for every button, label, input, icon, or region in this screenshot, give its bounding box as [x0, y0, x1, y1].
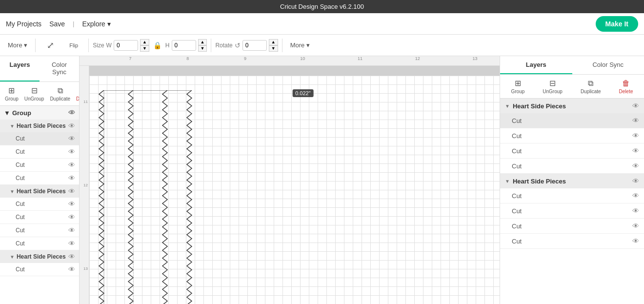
right-section-1-eye-icon[interactable]: 👁 [632, 102, 639, 110]
layer-row[interactable]: Cut 👁 [0, 211, 79, 224]
layer-row[interactable]: Cut 👁 [0, 198, 79, 211]
width-down[interactable]: ▼ [140, 45, 149, 52]
rotate-stepper[interactable]: ▲ ▼ [269, 39, 278, 52]
right-section-header-2[interactable]: ▼ Heart Side Pieces 👁 [500, 174, 644, 188]
rotate-down[interactable]: ▼ [269, 45, 278, 52]
toolbar-separator-3 [211, 39, 211, 52]
layer-row[interactable]: Cut 👁 [0, 159, 79, 172]
right-layer-eye-icon[interactable]: 👁 [632, 207, 639, 215]
rotate-up[interactable]: ▲ [269, 39, 278, 45]
layer-row[interactable]: Cut 👁 [0, 132, 79, 145]
tab-color-sync-left[interactable]: Color Sync [40, 56, 79, 81]
right-panel-content: ▼ Heart Side Pieces 👁 Cut 👁 Cut 👁 Cut 👁 … [500, 99, 644, 304]
layer-eye-icon[interactable]: 👁 [68, 265, 75, 273]
size-label: Size [93, 42, 104, 49]
tab-color-sync-right[interactable]: Color Sync [572, 56, 644, 74]
delete-label-right: Delete [619, 89, 633, 94]
right-layer-row[interactable]: Cut 👁 [500, 188, 644, 203]
design-toolbar: More ▾ ⤢ Flip Size W ▲ ▼ 🔒 H ▲ ▼ Rotate … [0, 35, 644, 56]
section-1-eye-icon[interactable]: 👁 [68, 122, 75, 130]
layer-eye-icon[interactable]: 👁 [68, 200, 75, 208]
right-layer-row[interactable]: Cut 👁 [500, 159, 644, 174]
ruler-v-tick: 13 [83, 266, 88, 270]
width-stepper[interactable]: ▲ ▼ [140, 39, 149, 52]
section-3-eye-icon[interactable]: 👁 [68, 253, 75, 261]
layer-label: Cut [16, 148, 25, 155]
section-header-1[interactable]: ▼ Heart Side Pieces 👁 [0, 120, 79, 132]
right-layer-eye-icon[interactable]: 👁 [632, 192, 639, 200]
layer-eye-icon[interactable]: 👁 [68, 161, 75, 169]
section-2-eye-icon[interactable]: 👁 [68, 187, 75, 195]
move-tool-button[interactable]: ⤢ [40, 38, 61, 53]
group-eye-icon[interactable]: 👁 [68, 109, 75, 117]
explore-button[interactable]: Explore ▾ [82, 20, 110, 28]
section-2-title: Heart Side Pieces [17, 188, 66, 195]
group-icon-left: ⊞ [8, 86, 15, 95]
section-header-2[interactable]: ▼ Heart Side Pieces 👁 [0, 185, 79, 198]
layer-row[interactable]: Cut 👁 [0, 145, 79, 159]
layer-row[interactable]: Cut 👁 [0, 263, 79, 276]
section-3-title: Heart Side Pieces [17, 253, 66, 260]
my-projects-link[interactable]: My Projects [6, 20, 41, 28]
right-layer-eye-icon[interactable]: 👁 [632, 222, 639, 230]
more-button[interactable]: More ▾ [4, 40, 31, 51]
tab-layers-right[interactable]: Layers [500, 56, 572, 74]
right-section-2-title: Heart Side Pieces [513, 178, 566, 185]
save-link[interactable]: Save [49, 20, 65, 28]
right-section-header-1[interactable]: ▼ Heart Side Pieces 👁 [500, 99, 644, 113]
height-stepper[interactable]: ▲ ▼ [198, 39, 207, 52]
ungroup-button-left[interactable]: ⊟ UnGroup [21, 85, 47, 102]
toolbar-separator-4 [282, 39, 282, 52]
rotate-input[interactable] [242, 40, 267, 51]
right-layer-eye-icon[interactable]: 👁 [632, 117, 639, 124]
make-it-button[interactable]: Make It [596, 16, 638, 32]
right-layer-row[interactable]: Cut 👁 [500, 113, 644, 128]
right-layer-row[interactable]: Cut 👁 [500, 234, 644, 249]
nav-separator: | [73, 20, 74, 27]
right-layer-eye-icon[interactable]: 👁 [632, 237, 639, 245]
right-layer-eye-icon[interactable]: 👁 [632, 132, 639, 140]
layer-row[interactable]: Cut 👁 [0, 237, 79, 250]
height-input[interactable] [172, 40, 196, 51]
right-layer-row[interactable]: Cut 👁 [500, 128, 644, 143]
layer-row[interactable]: Cut 👁 [0, 224, 79, 237]
width-input[interactable] [114, 40, 138, 51]
layer-eye-icon[interactable]: 👁 [68, 213, 75, 221]
group-header[interactable]: ▼ Group 👁 [0, 106, 79, 120]
layer-eye-icon[interactable]: 👁 [68, 174, 75, 182]
right-layer-eye-icon[interactable]: 👁 [632, 162, 639, 170]
flip-tool-button[interactable]: Flip [63, 41, 84, 50]
size-field: Size W ▲ ▼ 🔒 H ▲ ▼ [93, 39, 207, 52]
width-up[interactable]: ▲ [140, 39, 149, 45]
delete-button-left[interactable]: 🗑 Delete [73, 85, 80, 102]
ungroup-label-right: UnGroup [543, 89, 563, 94]
right-layer-eye-icon[interactable]: 👁 [632, 147, 639, 155]
right-layer-row[interactable]: Cut 👁 [500, 219, 644, 234]
duplicate-button-right[interactable]: ⧉ Duplicate [578, 78, 604, 95]
toolbar-separator-2 [88, 39, 89, 52]
more-options-button[interactable]: More ▾ [286, 40, 314, 51]
layer-eye-icon[interactable]: 👁 [68, 226, 75, 234]
group-button-right[interactable]: ⊞ Group [508, 78, 528, 95]
canvas-drawing-area[interactable]: 0.022" [89, 66, 500, 304]
right-section-2-eye-icon[interactable]: 👁 [632, 177, 639, 185]
right-layer-row[interactable]: Cut 👁 [500, 203, 644, 219]
layer-row[interactable]: Cut 👁 [0, 172, 79, 185]
layer-eye-icon[interactable]: 👁 [68, 148, 75, 156]
height-down[interactable]: ▼ [198, 45, 207, 52]
layer-eye-icon[interactable]: 👁 [68, 135, 75, 142]
app-title: Cricut Design Space v6.2.100 [280, 3, 364, 10]
duplicate-icon-right: ⧉ [588, 79, 593, 88]
ungroup-button-right[interactable]: ⊟ UnGroup [540, 78, 565, 95]
group-button-left[interactable]: ⊞ Group [2, 85, 21, 102]
right-section-1-chevron-icon: ▼ [505, 103, 510, 109]
duplicate-button-left[interactable]: ⧉ Duplicate [47, 85, 73, 102]
layer-eye-icon[interactable]: 👁 [68, 240, 75, 247]
height-up[interactable]: ▲ [198, 39, 207, 45]
right-layer-label: Cut [512, 147, 522, 155]
delete-button-right[interactable]: 🗑 Delete [616, 78, 636, 95]
section-header-3[interactable]: ▼ Heart Side Pieces 👁 [0, 250, 79, 263]
duplicate-label-right: Duplicate [581, 89, 601, 94]
right-layer-row[interactable]: Cut 👁 [500, 143, 644, 159]
tab-layers-left[interactable]: Layers [0, 56, 40, 81]
